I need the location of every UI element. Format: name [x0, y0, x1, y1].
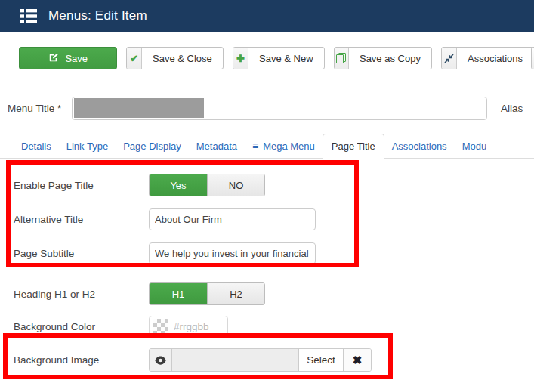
alternative-title-input[interactable]: [149, 208, 316, 230]
page-subtitle-label: Page Subtitle: [14, 248, 149, 259]
background-image-field: Select ✖: [149, 348, 372, 372]
tab-page-display[interactable]: Page Display: [116, 134, 189, 158]
save-close-button[interactable]: ✔ Save & Close: [126, 47, 223, 69]
background-color-input[interactable]: [174, 321, 222, 332]
select-image-button[interactable]: Select: [298, 349, 343, 371]
alternative-title-row: Alternative Title: [14, 208, 534, 230]
tab-mega-menu[interactable]: ≡ Mega Menu: [245, 134, 323, 158]
background-image-label: Background Image: [14, 354, 149, 366]
save-button[interactable]: Save: [19, 47, 117, 69]
tab-link-type[interactable]: Link Type: [59, 134, 116, 158]
copy-icon: [335, 48, 349, 69]
menu-lines-icon: ≡: [252, 140, 258, 152]
menus-list-icon: [20, 9, 37, 23]
plus-icon: ✚: [233, 48, 248, 69]
background-image-input[interactable]: [172, 349, 298, 371]
toggle-option-no[interactable]: NO: [207, 174, 264, 196]
associations-button[interactable]: Associations: [441, 47, 534, 69]
save-as-copy-label: Save as Copy: [349, 48, 431, 69]
heading-toggle: H1 H2: [149, 282, 265, 305]
clear-image-button[interactable]: ✖: [343, 349, 371, 371]
alias-label: Alias: [501, 103, 523, 114]
background-image-row: Background Image Select ✖: [14, 348, 534, 372]
enable-page-title-label: Enable Page Title: [14, 180, 149, 191]
toggle-option-yes[interactable]: Yes: [150, 174, 207, 196]
redaction-block: [74, 98, 204, 118]
tab-module-assignment[interactable]: Modu: [455, 134, 495, 158]
tab-metadata[interactable]: Metadata: [189, 134, 245, 158]
tab-associations[interactable]: Associations: [384, 134, 455, 158]
save-as-copy-button[interactable]: Save as Copy: [334, 47, 432, 69]
save-button-label: Save: [65, 53, 88, 64]
page-subtitle-input[interactable]: [149, 242, 316, 264]
toolbar: Save ✔ Save & Close ✚ Save & New Save as…: [0, 32, 534, 87]
background-color-label: Background Color: [14, 321, 149, 332]
partial-toolbar-button[interactable]: [531, 47, 534, 69]
enable-page-title-toggle: Yes NO: [149, 174, 265, 196]
transparent-swatch-icon: [153, 319, 168, 335]
tab-mega-menu-label: Mega Menu: [263, 140, 315, 152]
preview-eye-icon[interactable]: [150, 349, 172, 371]
alternative-title-label: Alternative Title: [14, 214, 149, 225]
app-header: Menus: Edit Item: [0, 0, 534, 32]
contract-arrows-icon: [442, 48, 457, 69]
enable-page-title-row: Enable Page Title Yes NO: [14, 174, 534, 196]
menu-title-row: Menu Title * Alias: [8, 97, 534, 120]
page-title: Menus: Edit Item: [48, 8, 147, 23]
toggle-option-h1[interactable]: H1: [150, 283, 207, 304]
heading-row: Heading H1 or H2 H1 H2: [14, 282, 534, 305]
save-pencil-icon: [48, 52, 59, 65]
page-title-tab-panel: Enable Page Title Yes NO Alternative Tit…: [0, 174, 534, 372]
page-subtitle-row: Page Subtitle: [14, 242, 534, 264]
tab-bar: Details Link Type Page Display Metadata …: [0, 134, 534, 159]
heading-label: Heading H1 or H2: [14, 289, 149, 300]
tab-page-title[interactable]: Page Title: [323, 134, 384, 159]
background-color-field[interactable]: [149, 316, 228, 338]
associations-label: Associations: [457, 48, 533, 69]
toggle-option-h2[interactable]: H2: [207, 283, 264, 304]
check-icon: ✔: [127, 48, 142, 69]
save-new-label: Save & New: [248, 48, 324, 69]
menu-title-label: Menu Title *: [8, 103, 72, 114]
save-close-label: Save & Close: [142, 48, 223, 69]
tab-details[interactable]: Details: [14, 134, 59, 158]
background-color-row: Background Color: [14, 316, 534, 338]
save-new-button[interactable]: ✚ Save & New: [233, 47, 325, 69]
